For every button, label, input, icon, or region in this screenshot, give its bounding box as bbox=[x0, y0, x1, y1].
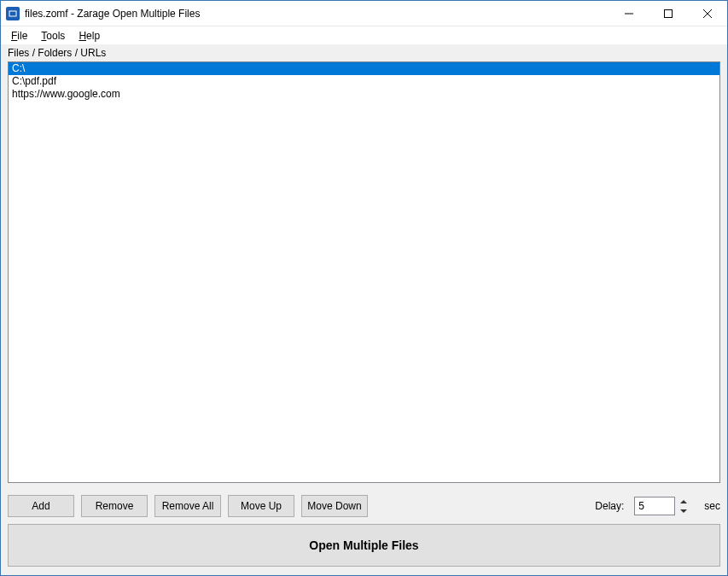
delay-label: Delay: bbox=[595, 500, 624, 512]
delay-unit: sec bbox=[704, 500, 720, 512]
window-controls bbox=[609, 1, 727, 26]
list-container: C:\C:\pdf.pdfhttps://www.google.com bbox=[1, 61, 727, 490]
add-button[interactable]: Add bbox=[8, 495, 74, 517]
menubar: File Tools Help bbox=[1, 26, 727, 44]
svg-rect-0 bbox=[9, 11, 16, 16]
remove-all-button[interactable]: Remove All bbox=[154, 495, 221, 517]
minimize-button[interactable] bbox=[609, 1, 649, 26]
remove-button[interactable]: Remove bbox=[81, 495, 148, 517]
app-icon bbox=[6, 7, 20, 20]
list-item[interactable]: https://www.google.com bbox=[9, 88, 719, 101]
menu-file[interactable]: File bbox=[4, 28, 34, 44]
titlebar: files.zomf - Zarage Open Multiple Files bbox=[1, 1, 727, 26]
menu-help[interactable]: Help bbox=[72, 28, 107, 44]
delay-input[interactable] bbox=[634, 497, 675, 515]
close-button[interactable] bbox=[688, 1, 727, 26]
svg-marker-5 bbox=[680, 500, 687, 503]
file-listbox[interactable]: C:\C:\pdf.pdfhttps://www.google.com bbox=[8, 61, 720, 483]
main-button-container: Open Multiple Files bbox=[1, 522, 727, 575]
list-item[interactable]: C:\pdf.pdf bbox=[9, 75, 719, 88]
button-row: Add Remove Remove All Move Up Move Down … bbox=[1, 490, 727, 522]
menu-tools[interactable]: Tools bbox=[34, 28, 72, 44]
svg-rect-2 bbox=[665, 9, 673, 17]
open-multiple-files-button[interactable]: Open Multiple Files bbox=[8, 524, 720, 567]
delay-up-button[interactable] bbox=[677, 497, 690, 506]
move-up-button[interactable]: Move Up bbox=[228, 495, 294, 517]
svg-marker-6 bbox=[680, 509, 687, 513]
list-header: Files / Folders / URLs bbox=[1, 44, 727, 61]
delay-spinner bbox=[634, 497, 690, 515]
move-down-button[interactable]: Move Down bbox=[301, 495, 368, 517]
window-title: files.zomf - Zarage Open Multiple Files bbox=[25, 8, 609, 20]
list-item[interactable]: C:\ bbox=[9, 62, 719, 75]
maximize-button[interactable] bbox=[649, 1, 688, 26]
delay-down-button[interactable] bbox=[677, 506, 690, 515]
